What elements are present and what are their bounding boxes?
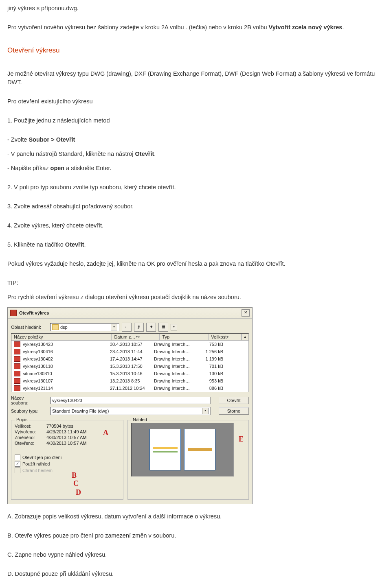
file-date: 30.4.2013 10:57 — [110, 342, 154, 347]
legend-a: A. Zobrazuje popis velikosti výkresu, da… — [7, 512, 384, 521]
filename-label: Názevsouboru: — [11, 396, 48, 405]
value: 4/30/2013 10:57 AM — [46, 435, 86, 440]
file-type: Drawing Interch… — [154, 342, 199, 347]
open-button[interactable]: Otevřít — [219, 397, 249, 404]
file-type: Drawing Interch… — [154, 364, 199, 369]
preview-thumb — [149, 429, 181, 470]
bullet: - Napište příkaz open a stiskněte Enter. — [7, 164, 384, 173]
preview-checkbox[interactable]: ✓Použít náhled — [15, 461, 120, 467]
text-bold: Vytvořit zcela nový výkres — [269, 24, 343, 31]
file-size: 1 256 kB — [199, 349, 226, 354]
label: Otevřeno: — [15, 441, 44, 446]
dwg-icon — [14, 385, 20, 391]
up-button[interactable]: ⮭ — [134, 323, 144, 332]
text-bold: Soubor > Otevřít — [29, 136, 75, 143]
text: Pro vytvoření nového výkresu bez šablony… — [7, 24, 186, 31]
value: 770504 bytes — [46, 424, 73, 428]
col-date[interactable]: Datum z…▾▸ — [112, 334, 160, 340]
file-row[interactable]: situace13031015.3.2013 10:46Drawing Inte… — [11, 370, 248, 377]
file-date: 17.4.2013 14:47 — [110, 356, 154, 361]
step-2: 2. V poli pro typ souboru zvolte typ sou… — [7, 183, 384, 192]
preview-thumb — [184, 429, 215, 470]
label: Velikost: — [15, 424, 44, 428]
file-list-header[interactable]: Název položky Datum z…▾▸ Typ Velikost▸ ▴ — [11, 333, 249, 341]
back-button[interactable]: ← — [122, 323, 132, 332]
scroll-up-icon[interactable]: ▴ — [242, 334, 248, 340]
cancel-button[interactable]: Storno — [219, 407, 249, 415]
file-date: 15.3.2013 17:50 — [110, 364, 154, 369]
file-row[interactable]: vykresy13040217.4.2013 14:47Drawing Inte… — [11, 355, 248, 363]
col-name[interactable]: Název položky — [11, 334, 112, 340]
new-folder-button[interactable]: ✦ — [146, 323, 156, 332]
protect-checkbox: Chránit heslem — [15, 468, 120, 473]
col-type[interactable]: Typ — [160, 334, 209, 340]
file-date: 27.11.2012 10:24 — [110, 386, 154, 391]
text: . — [154, 151, 156, 157]
group-label: Popis — [15, 417, 29, 422]
file-type: Drawing Interch… — [154, 386, 199, 391]
file-name: situace130310 — [23, 371, 52, 376]
step-4: 4. Zvolte výkres, který chcete otevřít. — [7, 221, 384, 230]
text-bold: Otevřít — [65, 241, 84, 248]
file-size: 886 kB — [199, 386, 226, 391]
file-type: Drawing Interch… — [154, 371, 199, 376]
paragraph: Pokud výkres vyžaduje heslo, zadejte jej… — [7, 260, 384, 268]
file-row[interactable]: vykresy13011015.3.2013 17:50Drawing Inte… — [11, 363, 248, 370]
readonly-checkbox[interactable]: Otevřít jen pro čtení — [15, 455, 120, 460]
text-line: jiný výkres s příponou.dwg. — [7, 4, 384, 13]
close-icon[interactable]: ✕ — [242, 309, 250, 317]
open-dialog: Otevřít výkres ✕ Oblast hledání: dsp ▾ ←… — [7, 307, 253, 504]
folder-combo[interactable]: dsp ▾ — [50, 323, 119, 331]
text-bold: Otevřít — [135, 151, 154, 157]
dwg-icon — [14, 378, 20, 384]
tip-text: Pro rychlé otevření výkresu z dialogu ot… — [7, 293, 384, 302]
dwg-icon — [14, 356, 20, 362]
file-size: 753 kB — [199, 342, 226, 347]
view-button[interactable]: ≣ — [158, 323, 168, 332]
step-3: 3. Zvolte adresář obsahující pořadovaný … — [7, 202, 384, 211]
filetype-combo[interactable]: Standard Drawing File (dwg) ▾ — [50, 407, 211, 415]
dwg-icon — [14, 341, 20, 347]
legend-b: B. Otevře výkres pouze pro čtení pro zam… — [7, 531, 384, 540]
file-date: 13.2.2013 8:35 — [110, 378, 154, 383]
label: Vytvořeno: — [15, 429, 44, 434]
value: 4/30/2013 10:57 AM — [46, 441, 86, 446]
file-size: 701 kB — [199, 364, 226, 369]
filename-input[interactable]: vykresy130423 — [50, 397, 211, 404]
chevron-down-icon[interactable]: ▾ — [171, 324, 177, 330]
file-row[interactable]: vykresy13010713.2.2013 8:35Drawing Inter… — [11, 377, 248, 385]
file-name: vykresy130423 — [23, 342, 53, 347]
marker-a: A — [103, 428, 108, 437]
file-name: vykresy130416 — [23, 349, 53, 354]
file-row[interactable]: vykresy13042330.4.2013 10:57Drawing Inte… — [11, 341, 248, 348]
file-date: 15.3.2013 10:46 — [110, 371, 154, 376]
marker-b: B — [72, 471, 77, 480]
paragraph: Pro vytvoření nového výkresu bez šablony… — [7, 23, 384, 32]
file-list[interactable]: vykresy13042330.4.2013 10:57Drawing Inte… — [11, 341, 249, 392]
text: - V panelu nástrojů Standard, klikněte n… — [7, 151, 135, 157]
file-name: vykresy121114 — [23, 386, 53, 391]
col-size[interactable]: Velikost▸ — [209, 334, 242, 340]
text: . — [84, 241, 86, 248]
file-name: vykresy130110 — [23, 364, 53, 369]
file-type: Drawing Interch… — [154, 378, 199, 383]
paragraph: Pro otevření existujícího výkresu — [7, 97, 384, 106]
file-size: 1 199 kB — [199, 356, 226, 361]
file-type: Drawing Interch… — [154, 349, 199, 354]
description-group: Popis Velikost:770504 bytes Vytvořeno:4/… — [11, 420, 123, 500]
bullet: - V panelu nástrojů Standard, klikněte n… — [7, 150, 384, 158]
dialog-titlebar[interactable]: Otevřít výkres ✕ — [8, 308, 252, 319]
paragraph: Je možné otevírat výkresy typu DWG (draw… — [7, 70, 384, 87]
heading-open-drawing: Otevření výkresu — [7, 46, 384, 56]
file-size: 130 kB — [199, 371, 226, 376]
chevron-down-icon[interactable]: ▾ — [202, 408, 209, 414]
dwg-icon — [14, 349, 20, 354]
folder-icon — [52, 324, 59, 330]
file-row[interactable]: vykresy13041623.4.2013 11:44Drawing Inte… — [11, 348, 248, 355]
chevron-down-icon[interactable]: ▾ — [111, 324, 117, 330]
file-row[interactable]: vykresy12111427.11.2012 10:24Drawing Int… — [11, 385, 248, 392]
file-name: vykresy130402 — [23, 356, 53, 361]
text: - Zvolte — [7, 136, 29, 143]
step-1: 1. Použijte jednu z následujících metod — [7, 116, 384, 125]
file-date: 23.4.2013 11:44 — [110, 349, 154, 354]
